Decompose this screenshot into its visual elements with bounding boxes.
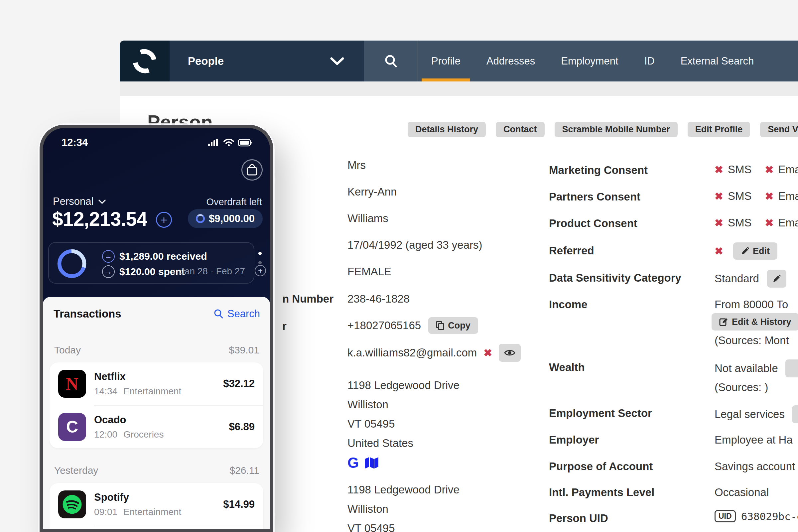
x-icon: ✖ — [715, 165, 723, 175]
gender-value: FEMALE — [347, 265, 391, 278]
chevron-down-icon — [98, 199, 106, 204]
add-card-button[interactable]: + — [255, 265, 266, 276]
data-sensitivity-edit-button[interactable] — [767, 270, 786, 288]
details-history-button[interactable]: Details History — [407, 122, 486, 137]
signal-icon — [208, 139, 220, 147]
tab-profile[interactable]: Profile — [418, 41, 474, 81]
intl-payments-value: Occasional — [715, 486, 769, 499]
nav-tabs: Profile Addresses Employment ID External… — [418, 41, 767, 81]
chevron-down-icon — [330, 57, 344, 65]
transaction-waitrose-clipped[interactable]: Waitrose $11.12 — [50, 526, 263, 529]
ssn-value: 238-46-1828 — [347, 292, 410, 305]
edit-box-icon — [719, 317, 728, 326]
app-logo[interactable] — [120, 41, 170, 81]
account-name: Personal — [53, 195, 93, 208]
module-selector[interactable]: People — [170, 41, 364, 81]
uid-badge: UID — [715, 510, 736, 522]
netflix-icon: N — [58, 370, 86, 398]
address-city: Williston — [347, 398, 388, 411]
marketing-consent-label: Marketing Consent — [549, 164, 648, 176]
employment-sector-edit-button-clipped[interactable] — [792, 405, 798, 423]
data-sensitivity-label: Data Sensitivity Category — [549, 272, 681, 284]
nav-search-button[interactable] — [364, 41, 418, 81]
shop-bag-button[interactable] — [241, 159, 263, 180]
email-invalid-x-icon: ✖ — [483, 348, 492, 358]
view-email-button[interactable] — [499, 344, 521, 362]
app-logo-icon — [132, 48, 158, 74]
dob-value: 17/04/1992 (aged 33 years) — [347, 239, 482, 251]
wealth-label: Wealth — [549, 361, 585, 374]
address-country: United States — [347, 437, 413, 450]
transaction-spotify[interactable]: Spotify 09:01 Entertainment $14.99 — [50, 483, 263, 526]
received-row: ← $1,289.00 received — [102, 250, 207, 263]
add-money-button[interactable]: + — [156, 212, 172, 228]
date-range: Jan 28 - Feb 27 — [180, 266, 245, 277]
status-bar-icons — [208, 139, 253, 147]
email-row: k.a.williams82@gmail.com ✖ — [347, 344, 521, 362]
tab-employment[interactable]: Employment — [548, 41, 631, 81]
top-nav: People Profile Addresses Employment ID E… — [120, 41, 798, 81]
partners-consent-value: ✖SMS ✖Email — [715, 190, 798, 203]
send-verification-button[interactable]: Send Verification — [760, 122, 798, 137]
referred-edit-button[interactable]: Edit — [733, 242, 777, 260]
income-value: From 80000 To — [715, 298, 788, 311]
person-uid-label: Person UID — [549, 512, 608, 525]
tab-external-search[interactable]: External Search — [668, 41, 767, 81]
x-icon: ✖ — [765, 218, 774, 228]
referred-value: ✖ Edit — [715, 242, 777, 260]
overdraft-ring-icon — [196, 214, 205, 223]
email-value: k.a.williams82@gmail.com — [347, 346, 477, 359]
overdraft-pill[interactable]: $9,000.00 — [188, 209, 263, 228]
donut-chart — [57, 249, 87, 279]
search-icon — [213, 309, 224, 319]
transaction-ocado[interactable]: C Ocado 12:00 Groceries $6.89 — [50, 406, 263, 448]
section-header-today: Today $39.01 — [54, 344, 259, 356]
edit-profile-button[interactable]: Edit Profile — [688, 122, 750, 137]
product-consent-value: ✖SMS ✖Email — [715, 216, 798, 229]
wealth-edit-button-clipped[interactable] — [785, 359, 798, 377]
scramble-mobile-button[interactable]: Scramble Mobile Number — [555, 122, 678, 137]
purpose-value: Savings account — [715, 460, 795, 473]
wealth-value-row: Not available — [715, 359, 798, 377]
page-indicator-dot — [258, 252, 262, 255]
section-header-yesterday: Yesterday $26.11 — [54, 465, 259, 476]
employment-sector-value-row: Legal services — [715, 405, 798, 423]
wifi-icon — [224, 139, 234, 147]
module-selector-label: People — [188, 55, 224, 68]
map-icon[interactable] — [364, 456, 379, 470]
transaction-netflix[interactable]: N Netflix 14:34 Entertainment $32.12 — [50, 362, 263, 405]
map-links: G — [347, 455, 379, 471]
employer-value: Employee at Ha — [715, 434, 793, 446]
partners-consent-label: Partners Consent — [549, 191, 640, 203]
status-bar-time: 12:34 — [61, 137, 88, 149]
arrow-left-icon: ← — [102, 250, 115, 263]
transactions-card: N Netflix 14:34 Entertainment $32.12 C O… — [50, 362, 263, 448]
copy-mobile-button[interactable]: Copy — [428, 317, 478, 334]
battery-icon — [238, 139, 253, 147]
google-maps-g-icon[interactable]: G — [347, 455, 359, 471]
data-sensitivity-value: Standard — [715, 270, 786, 288]
search-icon — [384, 54, 398, 69]
address2-state-zip: VT 05495 — [347, 522, 395, 532]
tab-addresses[interactable]: Addresses — [474, 41, 548, 81]
spent-row: → $120.00 spent — [102, 265, 185, 278]
transactions-search-button[interactable]: Search — [213, 308, 260, 320]
ocado-icon: C — [58, 413, 86, 441]
phone-mockup: 12:34 — [40, 125, 273, 532]
tab-id[interactable]: ID — [631, 41, 668, 81]
account-selector[interactable]: Personal — [53, 195, 106, 208]
transactions-sheet: Transactions Search Today $39.01 N Netfl… — [43, 297, 270, 529]
address-line1: 1198 Ledgewood Drive — [347, 379, 459, 392]
spending-summary-card[interactable]: ← $1,289.00 received → $120.00 spent Jan… — [48, 242, 254, 284]
phone-screen: 12:34 — [43, 128, 270, 529]
person-uid-value: 638029bc-d2 — [741, 510, 798, 522]
mobile-label-fragment: r — [282, 320, 287, 332]
received-amount: $1,289.00 received — [119, 251, 207, 262]
income-edit-history-button[interactable]: Edit & History — [711, 313, 798, 330]
income-label: Income — [549, 298, 588, 311]
employer-label: Employer — [549, 434, 599, 446]
x-icon: ✖ — [715, 218, 723, 228]
contact-button[interactable]: Contact — [496, 122, 545, 137]
copy-icon — [436, 321, 444, 330]
marketing-consent-value: ✖SMS ✖Email — [715, 163, 798, 176]
